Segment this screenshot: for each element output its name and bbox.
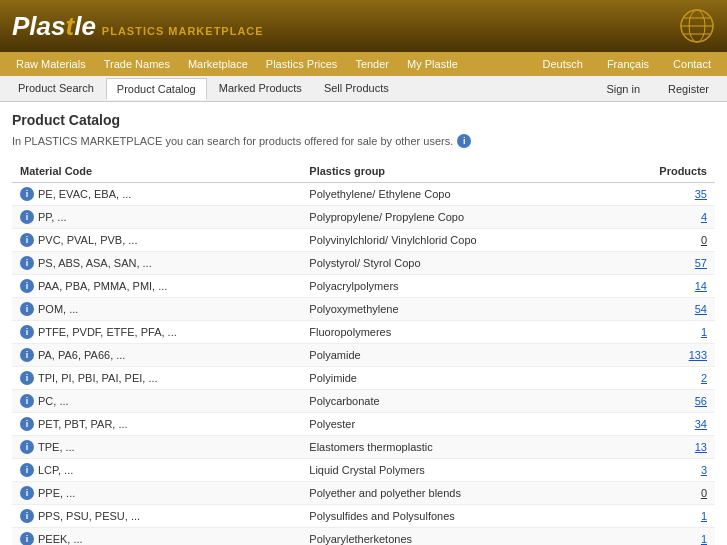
logo-subtitle: PLASTICS MARKETPLACE (102, 25, 264, 37)
products-count-link[interactable]: 3 (701, 464, 707, 476)
register-link[interactable]: Register (658, 79, 719, 99)
info-icon[interactable]: i (457, 134, 471, 148)
products-count-link[interactable]: 34 (695, 418, 707, 430)
row-info-icon[interactable]: i (20, 187, 34, 201)
products-count-link[interactable]: 2 (701, 372, 707, 384)
page-description: In PLASTICS MARKETPLACE you can search f… (12, 134, 715, 148)
cell-plastics-group: Polycarbonate (301, 390, 608, 413)
cell-products-count[interactable]: 54 (608, 298, 715, 321)
row-info-icon[interactable]: i (20, 486, 34, 500)
nav-deutsch[interactable]: Deutsch (535, 54, 591, 74)
table-row: iPPE, ...Polyether and polyether blends0 (12, 482, 715, 505)
tab-product-catalog[interactable]: Product Catalog (106, 78, 207, 100)
products-count-link[interactable]: 1 (701, 533, 707, 545)
nav-raw-materials[interactable]: Raw Materials (8, 54, 94, 74)
row-info-icon[interactable]: i (20, 440, 34, 454)
cell-material: iPEEK, ... (12, 528, 301, 546)
products-count-link[interactable]: 4 (701, 211, 707, 223)
top-nav-right: Deutsch Français Contact (535, 54, 719, 74)
row-info-icon[interactable]: i (20, 325, 34, 339)
cell-plastics-group: Polyimide (301, 367, 608, 390)
products-count-link[interactable]: 35 (695, 188, 707, 200)
nav-contact[interactable]: Contact (665, 54, 719, 74)
row-info-icon[interactable]: i (20, 302, 34, 316)
tab-marked-products[interactable]: Marked Products (209, 78, 312, 100)
cell-plastics-group: Polyether and polyether blends (301, 482, 608, 505)
row-info-icon[interactable]: i (20, 532, 34, 545)
products-count-link[interactable]: 1 (701, 510, 707, 522)
cell-plastics-group: Polyoxymethylene (301, 298, 608, 321)
globe-icon (679, 8, 715, 44)
row-info-icon[interactable]: i (20, 348, 34, 362)
cell-plastics-group: Polyvinylchlorid/ Vinylchlorid Copo (301, 229, 608, 252)
products-count-link[interactable]: 13 (695, 441, 707, 453)
cell-plastics-group: Polyaryletherketones (301, 528, 608, 546)
cell-products-count[interactable]: 4 (608, 206, 715, 229)
products-count-link[interactable]: 133 (689, 349, 707, 361)
main-content: Product Catalog In PLASTICS MARKETPLACE … (0, 102, 727, 545)
material-code-text: PP, ... (38, 211, 67, 223)
row-info-icon[interactable]: i (20, 394, 34, 408)
products-count-link[interactable]: 14 (695, 280, 707, 292)
cell-products-count[interactable]: 1 (608, 505, 715, 528)
products-count-link[interactable]: 1 (701, 326, 707, 338)
material-code-text: PTFE, PVDF, ETFE, PFA, ... (38, 326, 177, 338)
nav-tender[interactable]: Tender (347, 54, 397, 74)
row-info-icon[interactable]: i (20, 233, 34, 247)
cell-plastics-group: Polyethylene/ Ethylene Copo (301, 183, 608, 206)
nav-plastics-prices[interactable]: Plastics Prices (258, 54, 346, 74)
cell-products-count[interactable]: 14 (608, 275, 715, 298)
table-header: Material Code Plastics group Products (12, 160, 715, 183)
nav-trade-names[interactable]: Trade Names (96, 54, 178, 74)
material-code-text: PE, EVAC, EBA, ... (38, 188, 131, 200)
cell-plastics-group: Polypropylene/ Propylene Copo (301, 206, 608, 229)
cell-material: iLCP, ... (12, 459, 301, 482)
cell-products-count[interactable]: 3 (608, 459, 715, 482)
cell-plastics-group: Polyamide (301, 344, 608, 367)
cell-material: iPOM, ... (12, 298, 301, 321)
row-info-icon[interactable]: i (20, 463, 34, 477)
cell-products-count[interactable]: 34 (608, 413, 715, 436)
nav-my-plastle[interactable]: My Plastle (399, 54, 466, 74)
cell-material: iPPS, PSU, PESU, ... (12, 505, 301, 528)
material-code-text: POM, ... (38, 303, 78, 315)
material-code-text: LCP, ... (38, 464, 73, 476)
cell-products-count[interactable]: 1 (608, 321, 715, 344)
products-count-link[interactable]: 57 (695, 257, 707, 269)
products-count-link[interactable]: 54 (695, 303, 707, 315)
table-row: iTPI, PI, PBI, PAI, PEI, ...Polyimide2 (12, 367, 715, 390)
cell-products-count[interactable]: 57 (608, 252, 715, 275)
row-info-icon[interactable]: i (20, 417, 34, 431)
table-row: iPOM, ...Polyoxymethylene54 (12, 298, 715, 321)
cell-products-count[interactable]: 133 (608, 344, 715, 367)
header: Plastle PLASTICS MARKETPLACE (0, 0, 727, 52)
cell-products-count[interactable]: 2 (608, 367, 715, 390)
sign-in-link[interactable]: Sign in (596, 79, 650, 99)
cell-material: iTPI, PI, PBI, PAI, PEI, ... (12, 367, 301, 390)
table-row: iPS, ABS, ASA, SAN, ...Polystyrol/ Styro… (12, 252, 715, 275)
products-zero-link[interactable]: 0 (701, 234, 707, 246)
cell-products-count[interactable]: 13 (608, 436, 715, 459)
nav-francais[interactable]: Français (599, 54, 657, 74)
material-code-text: PET, PBT, PAR, ... (38, 418, 128, 430)
products-zero-link[interactable]: 0 (701, 487, 707, 499)
nav-marketplace[interactable]: Marketplace (180, 54, 256, 74)
cell-products-count[interactable]: 1 (608, 528, 715, 546)
row-info-icon[interactable]: i (20, 256, 34, 270)
tab-sell-products[interactable]: Sell Products (314, 78, 399, 100)
logo: Plastle (12, 11, 96, 42)
material-code-text: PPS, PSU, PESU, ... (38, 510, 140, 522)
cell-products-count[interactable]: 35 (608, 183, 715, 206)
cell-plastics-group: Polyacrylpolymers (301, 275, 608, 298)
row-info-icon[interactable]: i (20, 371, 34, 385)
cell-products-count[interactable]: 56 (608, 390, 715, 413)
cell-material: iPP, ... (12, 206, 301, 229)
row-info-icon[interactable]: i (20, 210, 34, 224)
row-info-icon[interactable]: i (20, 509, 34, 523)
cell-products-count: 0 (608, 229, 715, 252)
row-info-icon[interactable]: i (20, 279, 34, 293)
products-count-link[interactable]: 56 (695, 395, 707, 407)
table-row: iPA, PA6, PA66, ...Polyamide133 (12, 344, 715, 367)
tab-product-search[interactable]: Product Search (8, 78, 104, 100)
material-code-text: TPE, ... (38, 441, 75, 453)
